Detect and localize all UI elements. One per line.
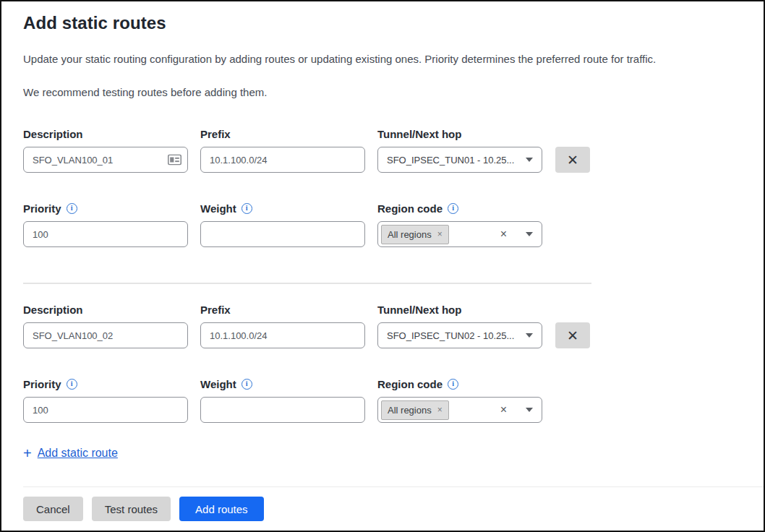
plus-icon: + (23, 446, 32, 460)
region-multiselect-1[interactable]: All regions × × (377, 221, 542, 247)
info-icon[interactable]: i (448, 379, 458, 390)
weight-field-2: Weight i (200, 377, 365, 423)
weight-label: Weight (200, 202, 236, 215)
region-label: Region code (377, 378, 443, 390)
clear-selection-icon[interactable]: × (500, 228, 507, 240)
region-tag: All regions × (381, 400, 449, 420)
footer-divider (23, 486, 764, 487)
tunnel-label: Tunnel/Next hop (377, 127, 542, 140)
priority-input-1[interactable] (23, 221, 188, 247)
remove-tag-icon[interactable]: × (437, 230, 443, 239)
recommend-text: We recommend testing routes before addin… (23, 86, 745, 98)
tunnel-field-2: Tunnel/Next hop SFO_IPSEC_TUN02 - 10.25.… (377, 303, 542, 348)
add-static-route-link[interactable]: Add static route (38, 447, 118, 460)
info-icon[interactable]: i (448, 203, 458, 214)
prefix-input-1[interactable] (200, 147, 365, 173)
priority-label: Priority (23, 378, 61, 390)
region-field-1: Region code i All regions × × (377, 202, 542, 247)
description-label: Description (23, 127, 188, 140)
footer-actions: Cancel Test routes Add routes (23, 497, 745, 521)
tunnel-selected-value: SFO_IPSEC_TUN01 - 10.25... (387, 155, 518, 166)
delete-route-button-2[interactable]: ✕ (555, 322, 590, 348)
tunnel-selected-value: SFO_IPSEC_TUN02 - 10.25... (387, 330, 518, 341)
prefix-input-2[interactable] (200, 322, 365, 348)
remove-tag-icon[interactable]: × (437, 406, 443, 414)
description-input-1[interactable] (23, 147, 188, 173)
chevron-down-icon (526, 333, 533, 338)
description-label: Description (23, 303, 188, 316)
prefix-label: Prefix (200, 303, 365, 316)
info-icon[interactable]: i (67, 379, 77, 390)
priority-field-1: Priority i (23, 202, 188, 247)
route-section-2: Description Prefix Tunnel/Next hop SFO_I… (23, 303, 745, 423)
info-icon[interactable]: i (242, 203, 252, 214)
add-routes-button[interactable]: Add routes (179, 497, 264, 521)
chevron-down-icon (526, 232, 533, 236)
weight-label: Weight (200, 378, 236, 390)
region-multiselect-2[interactable]: All regions × × (377, 397, 542, 423)
description-field-2: Description (23, 303, 188, 348)
region-tag-label: All regions (388, 229, 432, 240)
tunnel-select-1[interactable]: SFO_IPSEC_TUN01 - 10.25... (377, 147, 542, 173)
page-title: Add static routes (23, 13, 745, 33)
delete-route-button-1[interactable]: ✕ (555, 147, 590, 173)
priority-field-2: Priority i (23, 377, 188, 423)
region-field-2: Region code i All regions × × (377, 377, 542, 423)
chevron-down-icon (526, 158, 533, 162)
add-static-routes-dialog: Add static routes Update your static rou… (0, 0, 765, 532)
route-divider (23, 283, 591, 284)
tunnel-field-1: Tunnel/Next hop SFO_IPSEC_TUN01 - 10.25.… (377, 127, 542, 173)
weight-field-1: Weight i (200, 202, 365, 247)
description-input-2[interactable] (23, 322, 188, 348)
clear-selection-icon[interactable]: × (500, 404, 507, 416)
chevron-down-icon (526, 408, 533, 412)
info-icon[interactable]: i (67, 203, 77, 214)
description-field-1: Description (23, 127, 188, 173)
region-tag: All regions × (381, 225, 449, 244)
contact-card-icon[interactable] (168, 155, 181, 166)
priority-label: Priority (23, 202, 61, 215)
region-tag-label: All regions (388, 405, 432, 416)
tunnel-select-2[interactable]: SFO_IPSEC_TUN02 - 10.25... (377, 322, 542, 348)
priority-input-2[interactable] (23, 397, 188, 423)
tunnel-label: Tunnel/Next hop (377, 303, 542, 316)
prefix-field-2: Prefix (200, 303, 365, 348)
prefix-label: Prefix (200, 127, 365, 140)
route-section-1: Description Prefix Tunnel/Next hop (23, 127, 745, 247)
region-label: Region code (377, 202, 443, 215)
cancel-button[interactable]: Cancel (23, 497, 83, 521)
info-icon[interactable]: i (242, 379, 252, 390)
add-static-route[interactable]: + Add static route (23, 446, 745, 460)
prefix-field-1: Prefix (200, 127, 365, 173)
weight-input-1[interactable] (200, 221, 365, 247)
weight-input-2[interactable] (200, 397, 365, 423)
test-routes-button[interactable]: Test routes (92, 497, 171, 521)
intro-text: Update your static routing configuration… (23, 52, 745, 66)
